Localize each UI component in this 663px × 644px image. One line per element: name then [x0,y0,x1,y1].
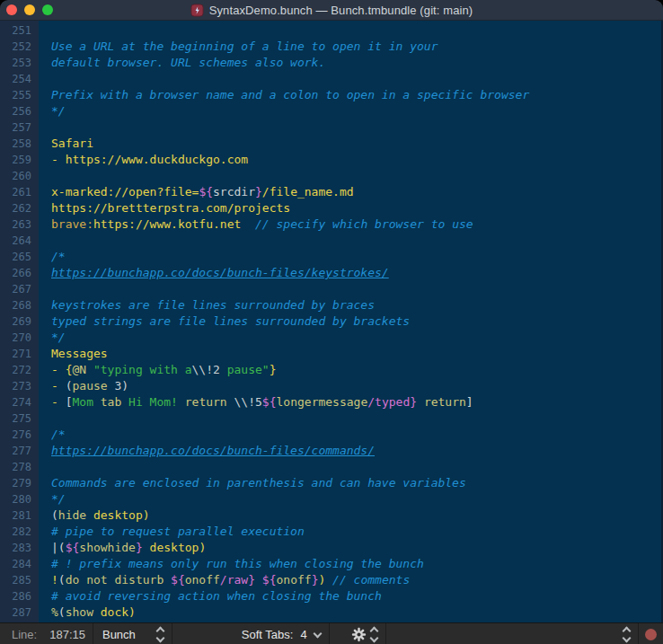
line-number[interactable]: 252 [0,39,39,55]
line-number[interactable]: 267 [0,281,39,297]
code-line[interactable]: 287%(show dock) [0,604,663,621]
line-number[interactable]: 264 [0,233,39,249]
code-line[interactable]: 270*/ [0,330,663,346]
line-number[interactable]: 258 [0,136,39,152]
title-bar[interactable]: SyntaxDemo.bunch — Bunch.tmbundle (git: … [0,0,663,21]
code-line[interactable]: 275 [0,410,663,427]
status-bar: Line: 187:15 Bunch Soft Tabs: 4 [0,622,663,644]
record-indicator[interactable] [645,629,657,640]
line-number[interactable]: 274 [0,394,39,410]
line-number[interactable]: 272 [0,362,39,378]
code-lines: 251252Use a URL at the beginning of a li… [0,21,663,621]
code-line[interactable]: 274- [Mom tab Hi Mom! return \\!5${longe… [0,394,663,410]
gear-icon[interactable] [351,627,367,642]
line-number[interactable]: 259 [0,152,39,168]
code-line[interactable]: 278 [0,459,663,475]
language-popup[interactable]: Bunch [102,628,136,641]
line-number[interactable]: 266 [0,265,39,281]
line-number[interactable]: 285 [0,572,39,588]
code-line[interactable]: 268keystrokes are file lines surrounded … [0,297,663,313]
code-line[interactable]: 253default browser. URL schemes also wor… [0,55,663,71]
code-line[interactable]: 264 [0,233,663,249]
line-number[interactable]: 277 [0,443,39,459]
code-line[interactable]: 252Use a URL at the beginning of a line … [0,39,663,55]
close-button[interactable] [6,4,17,15]
chevron-updown-icon[interactable] [371,628,377,641]
code-line[interactable]: 251 [0,22,663,39]
code-line[interactable]: 269typed strings are file lines surround… [0,313,663,330]
code-line[interactable]: 286# avoid reversing action when closing… [0,588,663,604]
code-line[interactable]: 281(hide desktop) [0,507,663,524]
line-number[interactable]: 263 [0,216,39,233]
line-number[interactable]: 275 [0,410,39,427]
divider [329,623,330,644]
code-text [39,119,51,136]
code-text: - (pause 3) [39,378,128,394]
line-number[interactable]: 268 [0,297,39,313]
line-number[interactable]: 284 [0,556,39,572]
minimize-button[interactable] [24,4,35,15]
code-line[interactable]: 276/* [0,427,663,443]
line-number[interactable]: 255 [0,87,39,103]
line-number[interactable]: 279 [0,475,39,491]
code-line[interactable]: 272- {@N "typing with a\\!2 pause"} [0,362,663,378]
code-editor[interactable]: 251252Use a URL at the beginning of a li… [0,21,663,622]
code-line[interactable]: 279Commands are enclosed in parenthesis … [0,475,663,491]
code-line[interactable]: 261x-marked://open?file=${srcdir}/file_n… [0,184,663,200]
code-line[interactable]: 254 [0,71,663,87]
line-number[interactable]: 257 [0,119,39,136]
code-line[interactable]: 283|(${showhide} desktop) [0,540,663,556]
line-number[interactable]: 265 [0,249,39,265]
code-line[interactable]: 260 [0,168,663,184]
code-line[interactable]: 280*/ [0,491,663,507]
code-text [39,71,51,87]
code-line[interactable]: 258Safari [0,136,663,152]
line-number[interactable]: 281 [0,507,39,524]
line-number[interactable]: 270 [0,330,39,346]
line-number[interactable]: 260 [0,168,39,184]
code-line[interactable]: 273- (pause 3) [0,378,663,394]
code-line[interactable]: 256*/ [0,103,663,119]
code-line[interactable]: 255Prefix with a browser name and a colo… [0,87,663,103]
code-line[interactable]: 265/* [0,249,663,265]
zoom-button[interactable] [42,4,53,15]
line-number[interactable]: 282 [0,524,39,540]
line-number[interactable]: 273 [0,378,39,394]
line-number[interactable]: 253 [0,55,39,71]
line-number[interactable]: 269 [0,313,39,330]
code-text [39,281,51,297]
scroll-chevrons-icon[interactable] [623,628,630,641]
line-number[interactable]: 271 [0,346,39,362]
code-line[interactable]: 267 [0,281,663,297]
chevron-down-icon[interactable] [313,629,322,638]
line-number[interactable]: 262 [0,200,39,216]
code-text: /* [39,249,66,265]
code-line[interactable]: 266https://bunchapp.co/docs/bunch-files/… [0,265,663,281]
line-number[interactable]: 283 [0,540,39,556]
code-text: - https://www.duckduckgo.com [39,152,248,168]
soft-tabs-label[interactable]: Soft Tabs: [242,628,294,641]
code-line[interactable]: 262https://brettterpstra.com/projects [0,200,663,216]
line-number[interactable]: 261 [0,184,39,200]
code-text: https://brettterpstra.com/projects [39,200,290,216]
chevron-updown-icon[interactable] [157,628,164,641]
line-number[interactable]: 278 [0,459,39,475]
code-line[interactable]: 263brave:https://www.kotfu.net // specif… [0,216,663,233]
line-number[interactable]: 286 [0,588,39,604]
code-line[interactable]: 284# ! prefix means only run this when c… [0,556,663,572]
code-line[interactable]: 257 [0,119,663,136]
code-line[interactable]: 285!(do not disturb ${onoff/raw} ${onoff… [0,572,663,588]
soft-tabs-value[interactable]: 4 [300,628,306,641]
code-text: brave:https://www.kotfu.net // specify w… [39,216,473,233]
line-number[interactable]: 256 [0,103,39,119]
code-line[interactable]: 271Messages [0,346,663,362]
line-number[interactable]: 280 [0,491,39,507]
line-number[interactable]: 251 [0,22,39,39]
code-text: Safari [39,136,93,152]
code-line[interactable]: 282# pipe to request parallel execution [0,524,663,540]
line-number[interactable]: 276 [0,427,39,443]
code-line[interactable]: 277https://bunchapp.co/docs/bunch-files/… [0,443,663,459]
code-line[interactable]: 259- https://www.duckduckgo.com [0,152,663,168]
line-number[interactable]: 287 [0,604,39,621]
line-number[interactable]: 254 [0,71,39,87]
